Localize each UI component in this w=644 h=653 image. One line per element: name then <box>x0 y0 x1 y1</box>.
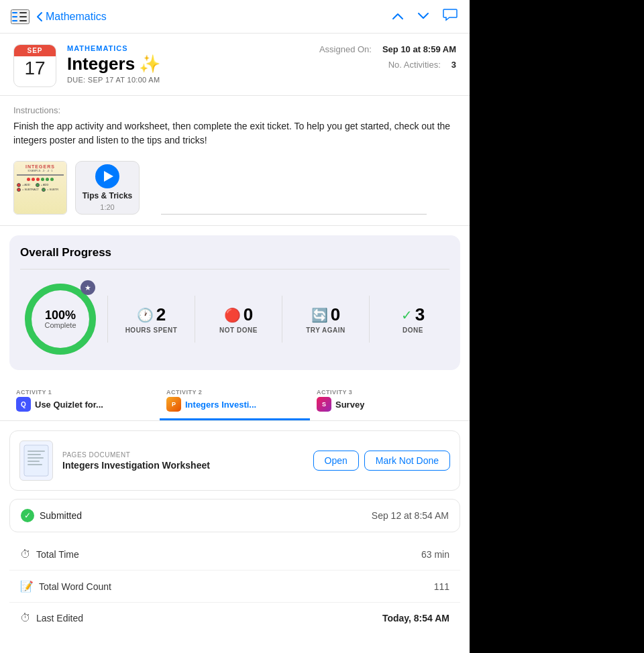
svg-rect-0 <box>12 12 17 13</box>
last-edited-icon: ⏱ <box>20 612 31 624</box>
subject-label: MATHEMATICS <box>67 44 309 52</box>
assigned-on-value: Sep 10 at 8:59 AM <box>382 44 456 54</box>
sidebar-toggle-button[interactable] <box>11 9 30 24</box>
tab-activity-1[interactable]: ACTIVITY 1 Q Use Quizlet for... <box>9 383 160 420</box>
instructions-section: Instructions: Finish the app activity an… <box>0 96 470 156</box>
attachments-section: INTEGERS EXAMPLE: -3 · -4 · 1 <box>0 156 470 226</box>
activities-row: No. Activities: 3 <box>388 60 456 70</box>
pages-icon: P <box>166 397 181 412</box>
activities-label: No. Activities: <box>388 60 441 70</box>
tab2-num: ACTIVITY 2 <box>166 389 202 396</box>
svg-rect-5 <box>19 20 27 21</box>
done-value: 3 <box>415 304 425 325</box>
nav-back-button[interactable]: Mathematics <box>36 11 107 23</box>
activity-content: PAGES DOCUMENT Integers Investigation Wo… <box>0 421 470 643</box>
total-time-row: ⏱ Total Time 63 min <box>9 539 460 571</box>
svg-rect-11 <box>28 457 44 459</box>
assigned-on-label: Assigned On: <box>319 44 372 54</box>
calendar-icon: SEP 17 <box>13 44 56 87</box>
survey-icon: S <box>317 397 331 412</box>
word-count-left: 📝 Total Word Count <box>20 580 111 593</box>
svg-rect-13 <box>28 464 42 465</box>
nav-down-button[interactable] <box>416 8 431 25</box>
not-done-value: 0 <box>244 304 253 325</box>
quizlet-icon: Q <box>16 397 31 412</box>
calendar-month: SEP <box>14 45 56 56</box>
doc-thumbnail <box>19 440 53 481</box>
video-title: Tips & Tricks <box>83 191 132 200</box>
total-time-left: ⏱ Total Time <box>20 548 79 560</box>
doc-type: PAGES DOCUMENT <box>62 451 304 459</box>
stats-rows: ⏱ Total Time 63 min 📝 Total Word Count 1… <box>9 539 460 634</box>
stats-divider-1 <box>107 296 108 343</box>
submitted-row: ✓ Submitted Sep 12 at 8:54 AM <box>9 499 460 532</box>
submitted-label: Submitted <box>40 510 82 521</box>
not-done-label: NOT DONE <box>219 326 258 334</box>
tab3-icon-row: S Survey <box>317 397 364 412</box>
done-label: DONE <box>402 326 423 334</box>
total-time-value: 63 min <box>421 549 449 560</box>
last-edited-row: ⏱ Last Edited Today, 8:54 AM <box>9 603 460 634</box>
svg-rect-12 <box>28 461 40 462</box>
try-again-icon: 🔄 <box>311 307 328 323</box>
doc-card: PAGES DOCUMENT Integers Investigation Wo… <box>9 430 460 491</box>
tab3-title: Survey <box>335 400 364 410</box>
instructions-text: Finish the app activity and worksheet, t… <box>13 119 456 147</box>
stats-divider-4 <box>369 296 370 343</box>
not-done-icon: 🔴 <box>224 307 241 323</box>
content-scroll[interactable]: SEP 17 MATHEMATICS Integers ✨ DUE: SEP 1… <box>0 34 470 653</box>
clock-icon: 🕐 <box>137 307 154 323</box>
tab-activity-2[interactable]: ACTIVITY 2 P Integers Investi... <box>160 383 310 420</box>
word-count-icon: 📝 <box>20 580 34 593</box>
open-button[interactable]: Open <box>313 451 359 471</box>
mark-not-done-button[interactable]: Mark Not Done <box>364 451 450 471</box>
svg-rect-9 <box>28 451 45 452</box>
chevron-down-icon <box>417 12 429 20</box>
last-edited-left: ⏱ Last Edited <box>20 612 83 624</box>
donut-chart: ★ 100% Complete <box>20 279 101 359</box>
video-duration: 1:20 <box>100 203 114 211</box>
tab2-icon-row: P Integers Investi... <box>166 397 256 412</box>
try-again-label: TRY AGAIN <box>306 326 345 334</box>
assigned-on-row: Assigned On: Sep 10 at 8:59 AM <box>319 44 456 54</box>
play-button[interactable] <box>95 164 119 188</box>
integers-poster-attachment[interactable]: INTEGERS EXAMPLE: -3 · -4 · 1 <box>13 161 67 215</box>
comment-icon <box>443 8 458 21</box>
submitted-left: ✓ Submitted <box>21 509 82 522</box>
svg-rect-4 <box>19 16 27 17</box>
nav-up-button[interactable] <box>390 8 405 25</box>
last-edited-label: Last Edited <box>36 613 83 624</box>
progress-section: Overall Progress ★ 100% Complete <box>9 235 460 370</box>
back-label: Mathematics <box>46 11 107 23</box>
due-date: DUE: SEP 17 AT 10:00 AM <box>67 76 309 84</box>
tab1-title: Use Quizlet for... <box>35 400 103 410</box>
star-badge: ★ <box>80 280 95 295</box>
chevron-up-icon <box>392 12 404 20</box>
assignment-meta: Assigned On: Sep 10 at 8:59 AM No. Activ… <box>319 44 456 70</box>
doc-actions: Open Mark Not Done <box>313 451 450 471</box>
assignment-title: Integers ✨ <box>67 54 309 74</box>
donut-percent: 100% <box>44 309 76 321</box>
tab2-title: Integers Investi... <box>185 400 256 410</box>
word-count-row: 📝 Total Word Count 111 <box>9 571 460 603</box>
progress-stats: ★ 100% Complete 🕐 2 HOURS SPENT <box>20 279 449 359</box>
activities-value: 3 <box>451 60 456 70</box>
comment-button[interactable] <box>441 7 459 26</box>
horizontal-divider <box>161 214 427 215</box>
stats-divider-3 <box>282 296 282 343</box>
tab-activity-3[interactable]: ACTIVITY 3 S Survey <box>310 383 460 420</box>
word-count-value: 111 <box>434 581 449 592</box>
total-time-label: Total Time <box>36 549 79 560</box>
activity-tabs: ACTIVITY 1 Q Use Quizlet for... ACTIVITY… <box>0 377 470 421</box>
donut-label: Complete <box>44 321 76 329</box>
progress-title: Overall Progress <box>20 246 449 259</box>
tips-tricks-video[interactable]: Tips & Tricks 1:20 <box>75 161 140 215</box>
donut-center: 100% Complete <box>44 309 76 329</box>
submitted-time: Sep 12 at 8:54 AM <box>372 510 449 521</box>
submitted-check-icon: ✓ <box>21 509 34 522</box>
play-triangle-icon <box>104 171 113 182</box>
stat-not-done: 🔴 0 NOT DONE <box>202 304 275 334</box>
tab3-num: ACTIVITY 3 <box>317 389 352 396</box>
nav-left: Mathematics <box>11 9 390 24</box>
assignment-info: MATHEMATICS Integers ✨ DUE: SEP 17 AT 10… <box>67 44 309 84</box>
